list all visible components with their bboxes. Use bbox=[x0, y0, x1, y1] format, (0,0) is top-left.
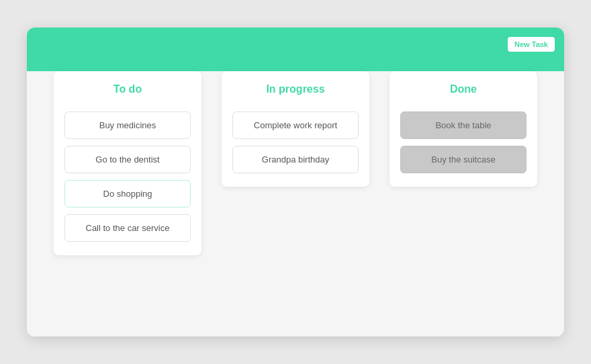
task-card-t7[interactable]: Book the table bbox=[400, 111, 527, 139]
task-card-t3[interactable]: Do shopping bbox=[64, 180, 191, 208]
app-body: To doBuy medicinesGo to the dentistDo sh… bbox=[27, 71, 564, 336]
task-card-t8[interactable]: Buy the suitcase bbox=[400, 146, 527, 173]
task-card-t1[interactable]: Buy medicines bbox=[64, 111, 191, 139]
column-done: DoneBook the tableBuy the suitcase bbox=[390, 71, 537, 187]
column-inprogress: In progressComplete work reportGrandpa b… bbox=[222, 71, 369, 187]
task-card-t2[interactable]: Go to the dentist bbox=[64, 146, 191, 173]
column-body-inprogress: Complete work reportGrandpa birthday bbox=[222, 105, 369, 187]
column-todo: To doBuy medicinesGo to the dentistDo sh… bbox=[54, 71, 201, 255]
column-title-done: Done bbox=[400, 83, 527, 95]
column-body-todo: Buy medicinesGo to the dentistDo shoppin… bbox=[54, 105, 201, 255]
column-title-inprogress: In progress bbox=[232, 83, 359, 95]
task-card-t5[interactable]: Complete work report bbox=[232, 111, 359, 139]
new-task-button[interactable]: New Task bbox=[508, 37, 555, 52]
column-title-todo: To do bbox=[64, 83, 191, 95]
task-card-t4[interactable]: Call to the car service bbox=[64, 214, 191, 242]
column-header-done: Done bbox=[390, 71, 537, 105]
column-body-done: Book the tableBuy the suitcase bbox=[390, 105, 537, 187]
column-header-inprogress: In progress bbox=[222, 71, 369, 105]
column-header-todo: To do bbox=[54, 71, 201, 105]
task-card-t6[interactable]: Grandpa birthday bbox=[232, 146, 359, 173]
app-window: New Task To doBuy medicinesGo to the den… bbox=[27, 28, 564, 336]
